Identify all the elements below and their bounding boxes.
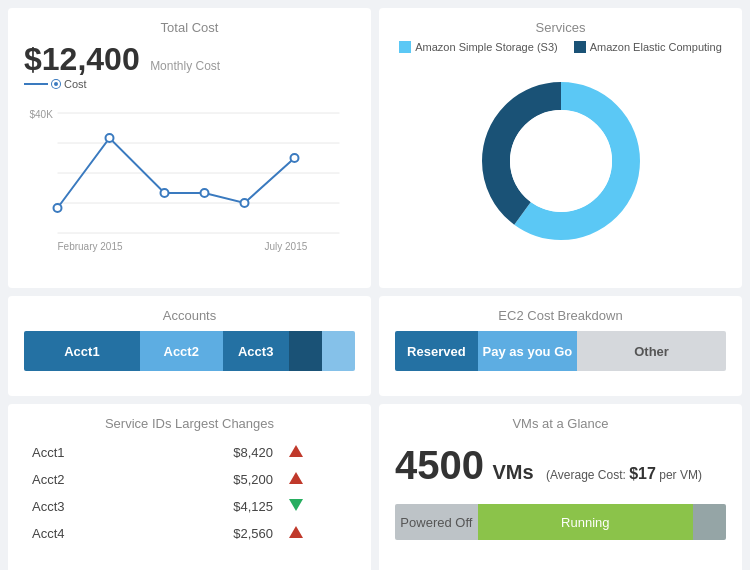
other-vm-segment xyxy=(693,504,726,540)
row1-arrow xyxy=(281,439,355,466)
legend-s3: Amazon Simple Storage (S3) xyxy=(399,41,557,53)
services-title: Services xyxy=(395,20,726,35)
other-segment: Other xyxy=(577,331,726,371)
svg-text:$40K: $40K xyxy=(30,109,54,120)
svg-point-8 xyxy=(161,189,169,197)
svg-point-9 xyxy=(201,189,209,197)
total-cost-title: Total Cost xyxy=(24,20,355,35)
accounts-title: Accounts xyxy=(24,308,355,323)
avg-per: per VM xyxy=(659,468,698,482)
ec2-bar: Reserved Pay as you Go Other xyxy=(395,331,726,371)
s3-label: Amazon Simple Storage (S3) xyxy=(415,41,557,53)
cost-chart: $40K February 2015 July 2015 xyxy=(24,98,355,278)
legend-label: Cost xyxy=(64,78,87,90)
services-legend: Amazon Simple Storage (S3) Amazon Elasti… xyxy=(395,41,726,53)
cost-legend: Cost xyxy=(24,78,355,90)
total-cost-amount: $12,400 xyxy=(24,41,140,77)
vm-unit: VMs xyxy=(492,461,533,483)
svg-text:July 2015: July 2015 xyxy=(265,241,308,252)
acct2-segment: Acct2 xyxy=(140,331,223,371)
ec2-title: EC2 Cost Breakdown xyxy=(395,308,726,323)
svg-point-10 xyxy=(241,199,249,207)
row4-arrow xyxy=(281,520,355,547)
vm-count: 4500 xyxy=(395,443,484,487)
row2-name: Acct2 xyxy=(24,466,144,493)
row4-amount: $2,560 xyxy=(144,520,281,547)
running-segment: Running xyxy=(478,504,693,540)
row3-amount: $4,125 xyxy=(144,493,281,520)
service-ids-table: Acct1 $8,420 Acct2 $5,200 Acct3 $4,125 A… xyxy=(24,439,355,547)
service-ids-card: Service IDs Largest Changes Acct1 $8,420… xyxy=(8,404,371,570)
reserved-segment: Reserved xyxy=(395,331,478,371)
legend-dot-icon xyxy=(52,80,60,88)
services-card: Services Amazon Simple Storage (S3) Amaz… xyxy=(379,8,742,288)
acct3-segment: Acct3 xyxy=(223,331,289,371)
accounts-card: Accounts Acct1 Acct2 Acct3 xyxy=(8,296,371,396)
payasyougo-segment: Pay as you Go xyxy=(478,331,577,371)
up-arrow-icon xyxy=(289,445,303,457)
up-arrow-icon xyxy=(289,526,303,538)
svg-point-11 xyxy=(291,154,299,162)
svg-point-6 xyxy=(54,204,62,212)
vms-title: VMs at a Glance xyxy=(395,416,726,431)
acct5-segment xyxy=(322,331,355,371)
powered-off-segment: Powered Off xyxy=(395,504,478,540)
accounts-bar: Acct1 Acct2 Acct3 xyxy=(24,331,355,371)
table-row: Acct2 $5,200 xyxy=(24,466,355,493)
legend-line-icon xyxy=(24,83,48,85)
row3-name: Acct3 xyxy=(24,493,144,520)
svg-point-16 xyxy=(510,110,612,212)
dashboard: Total Cost $12,400 Monthly Cost Cost $40… xyxy=(0,0,750,570)
acct1-segment: Acct1 xyxy=(24,331,140,371)
up-arrow-icon xyxy=(289,472,303,484)
row4-name: Acct4 xyxy=(24,520,144,547)
monthly-cost-label: Monthly Cost xyxy=(150,59,220,73)
vm-bar: Powered Off Running xyxy=(395,504,726,540)
vms-summary: 4500 VMs (Average Cost: $17 per VM) xyxy=(395,443,726,488)
donut-chart-container xyxy=(395,61,726,261)
row3-arrow xyxy=(281,493,355,520)
ec2-label: Amazon Elastic Computing xyxy=(590,41,722,53)
svg-point-7 xyxy=(106,134,114,142)
service-ids-title: Service IDs Largest Changes xyxy=(24,416,355,431)
table-row: Acct3 $4,125 xyxy=(24,493,355,520)
donut-svg xyxy=(471,71,651,251)
ec2-legend-box xyxy=(574,41,586,53)
ec2-card: EC2 Cost Breakdown Reserved Pay as you G… xyxy=(379,296,742,396)
s3-legend-box xyxy=(399,41,411,53)
svg-text:February 2015: February 2015 xyxy=(58,241,123,252)
avg-cost: (Average Cost: $17 per VM) xyxy=(546,468,702,482)
acct4-segment xyxy=(289,331,322,371)
row2-amount: $5,200 xyxy=(144,466,281,493)
table-row: Acct1 $8,420 xyxy=(24,439,355,466)
row2-arrow xyxy=(281,466,355,493)
table-row: Acct4 $2,560 xyxy=(24,520,355,547)
row1-amount: $8,420 xyxy=(144,439,281,466)
row1-name: Acct1 xyxy=(24,439,144,466)
cost-chart-svg: $40K February 2015 July 2015 xyxy=(24,98,355,253)
avg-amount: $17 xyxy=(629,465,656,482)
legend-ec2: Amazon Elastic Computing xyxy=(574,41,722,53)
vms-card: VMs at a Glance 4500 VMs (Average Cost: … xyxy=(379,404,742,570)
avg-label: Average Cost: xyxy=(550,468,626,482)
down-arrow-icon xyxy=(289,499,303,511)
total-cost-card: Total Cost $12,400 Monthly Cost Cost $40… xyxy=(8,8,371,288)
